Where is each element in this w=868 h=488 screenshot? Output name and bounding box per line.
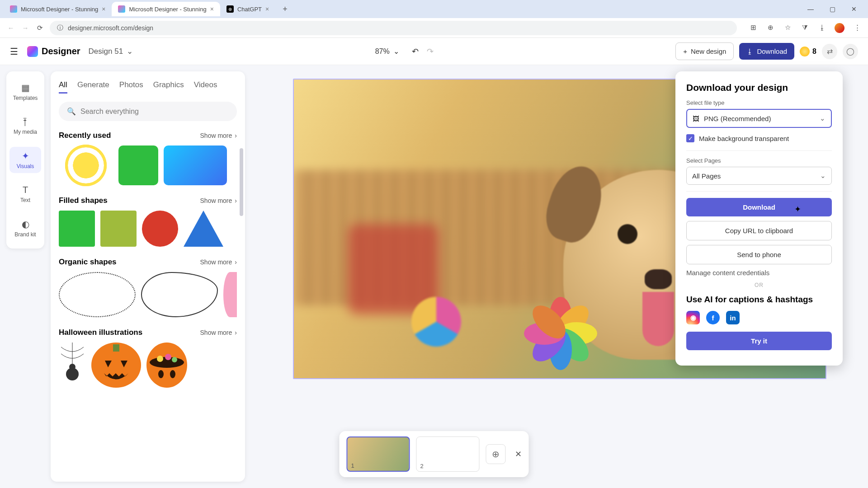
file-type-select[interactable]: 🖼 PNG (Recommended) ⌄ bbox=[686, 109, 832, 128]
left-rail: ▦ Templates ⭱ My media ✦ Visuals T Text … bbox=[6, 71, 44, 249]
show-more-label: Show more bbox=[200, 329, 232, 336]
url-input[interactable]: ⓘ designer.microsoft.com/design bbox=[50, 21, 737, 35]
shape-circle-red[interactable] bbox=[142, 211, 178, 247]
show-more-button[interactable]: Show more › bbox=[200, 197, 237, 204]
minimize-icon[interactable]: — bbox=[800, 2, 821, 16]
panel-tab-generate[interactable]: Generate bbox=[77, 80, 109, 94]
browser-tab[interactable]: Microsoft Designer - Stunning × bbox=[112, 2, 220, 16]
close-icon[interactable]: × bbox=[210, 5, 214, 13]
linkedin-icon[interactable]: in bbox=[726, 311, 740, 324]
pages-select[interactable]: All Pages ⌄ bbox=[686, 167, 832, 185]
forward-icon[interactable]: → bbox=[21, 23, 30, 33]
rail-text[interactable]: T Text bbox=[9, 181, 41, 207]
close-tray-icon[interactable]: ✕ bbox=[515, 449, 522, 459]
svg-point-11 bbox=[158, 370, 164, 378]
chevron-down-icon: ⌄ bbox=[820, 114, 826, 122]
panel-tab-all[interactable]: All bbox=[59, 80, 67, 94]
scrollbar-thumb[interactable] bbox=[240, 148, 243, 216]
download-confirm-button[interactable]: Download bbox=[686, 198, 832, 216]
credits-badge[interactable]: 8 bbox=[800, 47, 816, 56]
page-thumbnail[interactable]: 1 bbox=[347, 436, 410, 472]
facebook-icon[interactable]: f bbox=[706, 311, 720, 324]
account-icon[interactable]: ◯ bbox=[843, 44, 858, 59]
chevron-down-icon: ⌄ bbox=[820, 172, 826, 180]
browser-tab[interactable]: Microsoft Designer - Stunning × bbox=[4, 2, 112, 16]
site-info-icon[interactable]: ⓘ bbox=[57, 24, 63, 32]
show-more-button[interactable]: Show more › bbox=[200, 132, 237, 139]
rail-my-media[interactable]: ⭱ My media bbox=[9, 113, 41, 139]
manage-credentials-link[interactable]: Manage content credentials bbox=[686, 269, 832, 277]
svg-point-12 bbox=[170, 370, 175, 378]
chevron-down-icon[interactable]: ⌄ bbox=[393, 47, 399, 56]
asset-blue-gradient[interactable] bbox=[164, 145, 227, 185]
rail-templates[interactable]: ▦ Templates bbox=[9, 79, 41, 105]
tab-title: Microsoft Designer - Stunning bbox=[21, 6, 98, 13]
send-to-phone-button[interactable]: Send to phone bbox=[686, 245, 832, 264]
back-icon[interactable]: ← bbox=[6, 23, 15, 33]
download-label: Download bbox=[757, 47, 787, 55]
extensions-icon[interactable]: ⧩ bbox=[800, 23, 809, 32]
maximize-icon[interactable]: ▢ bbox=[822, 2, 843, 16]
illustration-pumpkin-face[interactable] bbox=[91, 343, 141, 388]
section-title: Halloween illustrations bbox=[59, 328, 142, 337]
organic-shape-partial[interactable] bbox=[223, 272, 237, 317]
asset-green-square[interactable] bbox=[118, 145, 158, 185]
show-more-button[interactable]: Show more › bbox=[200, 258, 237, 266]
illustration-spider[interactable] bbox=[59, 343, 86, 388]
add-page-button[interactable]: ⊕ bbox=[486, 444, 506, 464]
download-button[interactable]: ⭳ Download bbox=[739, 43, 794, 60]
share-icon[interactable]: ⇄ bbox=[822, 44, 837, 59]
asset-sun[interactable] bbox=[59, 145, 113, 185]
instagram-icon[interactable]: ◉ bbox=[686, 311, 700, 324]
design-name-dropdown[interactable]: Design 51 ⌄ bbox=[89, 47, 133, 56]
chrome-menu-icon[interactable]: ⋮ bbox=[853, 23, 862, 32]
favicon-icon bbox=[118, 5, 125, 13]
coin-icon bbox=[800, 47, 810, 56]
rail-label: Brand kit bbox=[14, 231, 36, 238]
rail-visuals[interactable]: ✦ Visuals bbox=[9, 147, 41, 173]
zoom-icon[interactable]: ⊕ bbox=[766, 23, 775, 32]
new-design-button[interactable]: + New design bbox=[675, 42, 734, 60]
undo-icon[interactable]: ↶ bbox=[412, 47, 419, 56]
panel-tab-graphics[interactable]: Graphics bbox=[153, 80, 184, 94]
try-it-button[interactable]: Try it bbox=[686, 332, 832, 350]
close-window-icon[interactable]: ✕ bbox=[844, 2, 864, 16]
hamburger-icon[interactable]: ☰ bbox=[10, 46, 19, 57]
brand-label: Designer bbox=[42, 46, 80, 56]
panel-tab-videos[interactable]: Videos bbox=[194, 80, 217, 94]
reload-icon[interactable]: ⟳ bbox=[35, 23, 44, 33]
profile-avatar-icon[interactable] bbox=[835, 23, 844, 33]
browser-tab[interactable]: ⊛ ChatGPT × bbox=[220, 2, 275, 16]
tab-title: ChatGPT bbox=[237, 6, 262, 13]
credits-count: 8 bbox=[812, 47, 816, 56]
install-app-icon[interactable]: ⊞ bbox=[749, 23, 758, 32]
browser-tab-bar: Microsoft Designer - Stunning × Microsof… bbox=[0, 0, 868, 18]
close-icon[interactable]: × bbox=[102, 5, 105, 13]
shape-square-green[interactable] bbox=[59, 211, 95, 247]
templates-icon: ▦ bbox=[21, 82, 30, 93]
visuals-icon: ✦ bbox=[22, 150, 29, 161]
show-more-button[interactable]: Show more › bbox=[200, 329, 237, 336]
text-icon: T bbox=[23, 185, 28, 195]
downloads-icon[interactable]: ⭳ bbox=[817, 23, 826, 32]
panel-tab-photos[interactable]: Photos bbox=[119, 80, 143, 94]
search-icon: 🔍 bbox=[67, 107, 76, 116]
transparent-checkbox-row[interactable]: ✓ Make background transparent bbox=[686, 134, 832, 142]
shape-triangle-blue[interactable] bbox=[184, 211, 223, 247]
rail-brand-kit[interactable]: ◐ Brand kit bbox=[9, 215, 41, 241]
organic-shape-dotted[interactable] bbox=[59, 272, 136, 317]
shape-square-olive[interactable] bbox=[100, 211, 137, 247]
new-tab-button[interactable]: + bbox=[279, 3, 291, 16]
app-logo[interactable]: Designer bbox=[27, 46, 80, 57]
illustration-pumpkin-candy[interactable] bbox=[146, 343, 187, 388]
copy-url-button[interactable]: Copy URL to clipboard bbox=[686, 221, 832, 240]
page-tray: 1 2 ⊕ ✕ bbox=[340, 431, 529, 477]
section-title: Organic shapes bbox=[59, 258, 117, 267]
search-input[interactable]: 🔍 Search everything bbox=[59, 102, 237, 121]
bookmark-icon[interactable]: ☆ bbox=[783, 23, 792, 32]
page-thumbnail[interactable]: 2 bbox=[416, 436, 480, 472]
close-icon[interactable]: × bbox=[265, 5, 269, 13]
zoom-level[interactable]: 87% bbox=[375, 47, 390, 56]
organic-shape-blob[interactable] bbox=[141, 272, 218, 317]
svg-point-8 bbox=[157, 356, 163, 362]
